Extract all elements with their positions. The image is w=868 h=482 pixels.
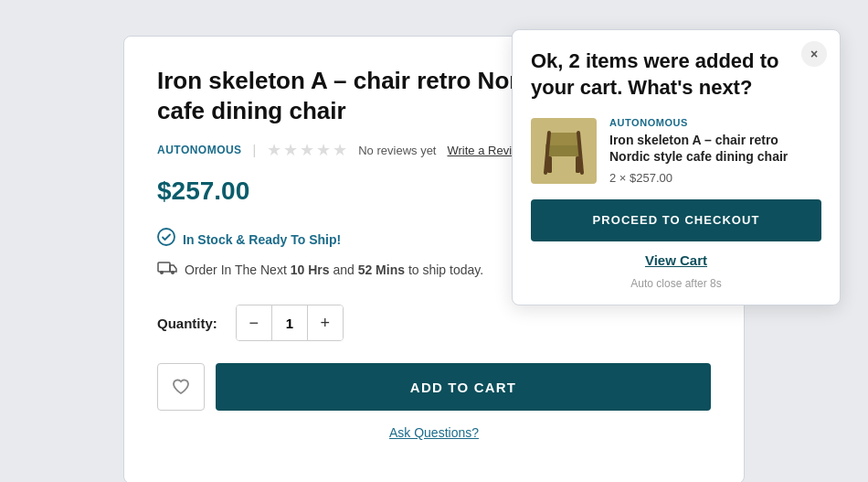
- ask-questions-link[interactable]: Ask Questions?: [157, 425, 711, 440]
- popup-product-name: Iron skeleton A – chair retro Nordic sty…: [609, 132, 821, 165]
- proceed-to-checkout-button[interactable]: PROCEED TO CHECKOUT: [531, 199, 821, 241]
- star-4: ★: [316, 140, 331, 160]
- popup-close-button[interactable]: ×: [801, 41, 827, 67]
- star-5: ★: [333, 140, 347, 160]
- popup-title: Ok, 2 items were added to your cart. Wha…: [531, 48, 821, 101]
- meta-divider: |: [253, 143, 257, 157]
- stock-icon: [157, 228, 175, 251]
- svg-rect-4: [545, 144, 580, 156]
- star-1: ★: [267, 140, 281, 160]
- svg-rect-5: [547, 133, 578, 145]
- svg-rect-1: [158, 262, 170, 272]
- svg-point-2: [160, 271, 164, 274]
- wishlist-button[interactable]: [157, 363, 205, 411]
- view-cart-link[interactable]: View Cart: [531, 252, 821, 268]
- popup-quantity-price: 2 × $257.00: [609, 171, 821, 185]
- popup-product-image: [531, 118, 597, 184]
- popup-product-info: AUTONOMOUS Iron skeleton A – chair retro…: [609, 117, 821, 184]
- action-row: ADD TO CART: [157, 363, 711, 411]
- star-rating: ★ ★ ★ ★ ★: [267, 140, 347, 160]
- brand-label: AUTONOMOUS: [157, 144, 242, 156]
- add-to-cart-button[interactable]: ADD TO CART: [216, 363, 711, 411]
- page-wrapper: Iron skeleton A – chair retro Nordic sty…: [18, 18, 850, 482]
- quantity-control: − 1 +: [236, 305, 344, 341]
- popup-brand: AUTONOMOUS: [609, 117, 821, 128]
- shipping-text: Order In The Next 10 Hrs and 52 Mins to …: [185, 262, 483, 277]
- cart-popup: × Ok, 2 items were added to your cart. W…: [512, 29, 841, 305]
- svg-point-3: [171, 271, 175, 274]
- stock-text: In Stock & Ready To Ship!: [183, 232, 341, 247]
- popup-product: AUTONOMOUS Iron skeleton A – chair retro…: [531, 117, 821, 184]
- shipping-icon: [157, 260, 177, 279]
- svg-point-0: [158, 229, 175, 245]
- quantity-label: Quantity:: [157, 316, 217, 331]
- quantity-decrease-button[interactable]: −: [237, 305, 271, 340]
- star-3: ★: [300, 140, 314, 160]
- no-reviews-text: No reviews yet: [358, 144, 436, 157]
- auto-close-text: Auto close after 8s: [531, 277, 821, 290]
- quantity-section: Quantity: − 1 +: [157, 305, 711, 341]
- star-2: ★: [283, 140, 298, 160]
- quantity-value: 1: [271, 305, 308, 340]
- quantity-increase-button[interactable]: +: [308, 305, 343, 340]
